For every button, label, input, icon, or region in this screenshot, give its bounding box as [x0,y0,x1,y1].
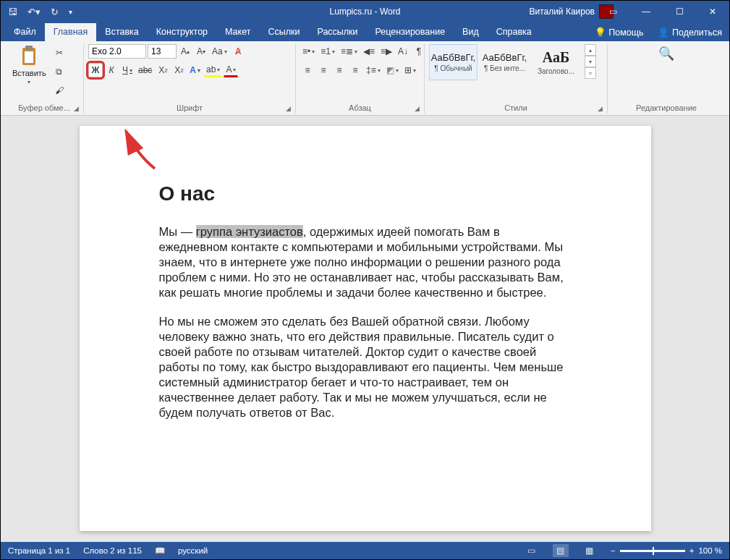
change-case-button[interactable]: Aa▾ [210,44,229,59]
align-center-button[interactable]: ≡ [316,63,331,77]
find-button[interactable]: 🔍 [648,44,685,63]
tab-file[interactable]: Файл [5,23,45,41]
bold-button[interactable]: Ж [88,63,103,77]
style-no-spacing[interactable]: АаБбВвГг,¶ Без инте... [480,44,529,80]
zoom-level[interactable]: 100 % [698,546,722,555]
font-color-button[interactable]: A▾ [224,63,238,77]
shrink-font-button[interactable]: A▾ [194,44,208,59]
decrease-indent-button[interactable]: ◀≡ [361,44,377,59]
doc-paragraph: Мы — группа энтузиастов, одержимых идеей… [159,224,572,301]
save-icon[interactable]: 🖫 [8,7,17,17]
view-read-icon[interactable]: ▭ [524,544,540,557]
copy-icon[interactable]: ⧉ [52,64,67,79]
statusbar: Страница 1 из 1 Слово 2 из 115 📖 русский… [1,542,729,559]
underline-button[interactable]: Ч▾ [120,63,135,77]
clear-format-button[interactable]: A̷ [231,44,245,59]
align-right-button[interactable]: ≡ [332,63,347,77]
view-print-icon[interactable]: ▤ [553,544,569,557]
dialog-launcher-icon[interactable]: ◢ [74,105,79,112]
redo-icon[interactable]: ↻ [51,7,59,17]
superscript-button[interactable]: X2 [171,63,186,77]
dialog-launcher-icon[interactable]: ◢ [286,105,291,112]
group-font-label: Шрифт [177,103,203,112]
page: О нас Мы — группа энтузиастов, одержимых… [80,126,651,531]
share-button[interactable]: 👤 Поделиться [650,23,729,41]
line-spacing-button[interactable]: ‡≡▾ [364,63,383,77]
titlebar: 🖫 ↶▾ ↻ ▾ Lumpics.ru - Word Виталий Каиро… [1,1,729,22]
zoom-slider[interactable] [620,550,685,552]
align-left-button[interactable]: ≡ [300,63,315,77]
svg-rect-2 [25,51,33,63]
group-editing-label: Редактирование [636,103,697,112]
italic-button[interactable]: К [104,63,119,77]
ribbon-options-icon[interactable]: ▭ [596,1,629,22]
text-effects-button[interactable]: A▾ [187,63,203,77]
document-area[interactable]: О нас Мы — группа энтузиастов, одержимых… [1,116,729,542]
borders-button[interactable]: ⊞▾ [402,63,418,77]
styles-scroll-down-icon[interactable]: ▾ [585,56,596,67]
grow-font-button[interactable]: A▴ [178,44,192,59]
group-styles-label: Стили [504,103,527,112]
font-name-input[interactable] [88,44,146,59]
tab-mailings[interactable]: Рассылки [308,23,366,41]
cut-icon[interactable]: ✂ [52,46,67,60]
paste-icon [20,46,38,67]
increase-indent-button[interactable]: ≡▶ [378,44,394,59]
tab-references[interactable]: Ссылки [259,23,308,41]
tab-view[interactable]: Вид [454,23,488,41]
status-proofing-icon[interactable]: 📖 [155,546,165,556]
svg-rect-1 [25,46,33,50]
doc-paragraph: Но мы не сможем это сделать без Вашей об… [159,314,572,421]
sort-button[interactable]: A↓ [396,44,410,59]
dialog-launcher-icon[interactable]: ◢ [598,105,603,112]
close-button[interactable]: ✕ [696,1,729,22]
undo-icon[interactable]: ↶▾ [27,7,41,17]
doc-heading: О нас [159,182,572,205]
subscript-button[interactable]: X2 [156,63,170,77]
justify-button[interactable]: ≡ [348,63,362,77]
bullets-button[interactable]: ≡•▾ [300,44,317,59]
tab-design[interactable]: Конструктор [148,23,216,41]
styles-expand-icon[interactable]: ▿ [585,67,596,79]
minimize-button[interactable]: — [629,1,663,22]
tab-layout[interactable]: Макет [216,23,259,41]
numbering-button[interactable]: ≡1▾ [318,44,337,59]
format-painter-icon[interactable]: 🖌 [52,83,67,98]
ribbon: Вставить ▾ ✂ ⧉ 🖌 Буфер обме...◢ A▴ A▾ Aa… [1,41,729,116]
show-marks-button[interactable]: ¶ [412,44,426,59]
style-heading1[interactable]: АаБЗаголово... [532,44,580,80]
tab-review[interactable]: Рецензирование [367,23,454,41]
selected-text: группа энтузиастов [196,225,303,238]
paste-button[interactable]: Вставить ▾ [9,44,49,87]
font-size-input[interactable] [148,44,177,59]
strike-button[interactable]: abc [136,63,154,77]
tab-help[interactable]: Справка [488,23,540,41]
group-clipboard-label: Буфер обме... [18,103,70,112]
zoom-in-button[interactable]: + [689,546,695,555]
style-normal[interactable]: АаБбВвГг,¶ Обычный [429,44,478,80]
zoom-out-button[interactable]: − [611,546,616,555]
search-icon: 🔍 [658,46,674,61]
status-language[interactable]: русский [178,546,208,555]
highlight-button[interactable]: ab▾ [204,63,222,77]
maximize-button[interactable]: ☐ [663,1,696,22]
multilevel-button[interactable]: ≡≣▾ [339,44,360,59]
tab-home[interactable]: Главная [45,23,97,41]
dialog-launcher-icon[interactable]: ◢ [415,105,420,112]
group-paragraph-label: Абзац [349,103,371,112]
styles-scroll-up-icon[interactable]: ▴ [585,44,596,56]
ribbon-tabs: Файл Главная Вставка Конструктор Макет С… [1,22,729,41]
status-page[interactable]: Страница 1 из 1 [8,546,70,555]
tab-insert[interactable]: Вставка [96,23,147,41]
view-web-icon[interactable]: ▦ [582,544,598,557]
tell-me[interactable]: 💡 Помощь [587,23,651,41]
status-words[interactable]: Слово 2 из 115 [83,546,142,555]
window-title: Lumpics.ru - Word [330,7,401,17]
shading-button[interactable]: ◩▾ [384,63,401,77]
qat-more-icon[interactable]: ▾ [69,8,72,16]
